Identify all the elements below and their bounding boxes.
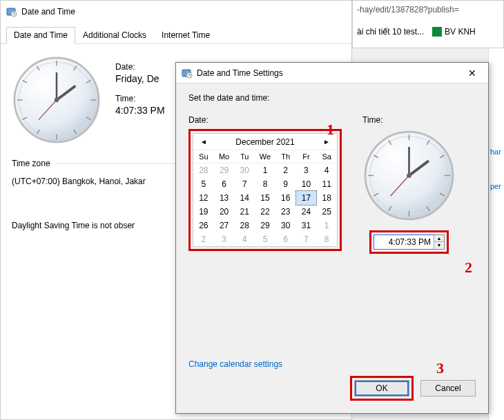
calendar-day[interactable]: 24 xyxy=(296,205,317,219)
bookmark-item[interactable]: ài chi tiết 10 test... xyxy=(357,27,424,37)
calendar-dow: Tu xyxy=(234,150,255,163)
annotation-3: 3 xyxy=(436,359,444,377)
calendar-day[interactable]: 11 xyxy=(316,177,337,191)
calendar-day[interactable]: 3 xyxy=(214,232,235,246)
calendar-day[interactable]: 25 xyxy=(316,205,337,219)
calendar-day[interactable]: 5 xyxy=(193,177,214,191)
bookmark-item[interactable]: BV KNH xyxy=(432,27,476,37)
time-down-button[interactable]: ▼ xyxy=(434,242,444,249)
calendar-day[interactable]: 29 xyxy=(214,163,235,177)
calendar-dow: Sa xyxy=(316,150,337,163)
timezone-label: Time zone xyxy=(12,159,50,168)
calendar-day[interactable]: 9 xyxy=(275,177,296,191)
time-up-button[interactable]: ▲ xyxy=(434,235,444,242)
calendar-day[interactable]: 2 xyxy=(275,163,296,177)
calendar-day[interactable]: 7 xyxy=(234,177,255,191)
month-year-label[interactable]: December 2021 xyxy=(235,137,294,147)
dialog-title: Date and Time Settings xyxy=(197,68,462,78)
dialog-titlebar[interactable]: Date and Time Settings ✕ xyxy=(176,63,488,83)
time-input[interactable] xyxy=(374,235,434,249)
time-spinner[interactable]: ▲ ▼ xyxy=(374,234,445,250)
page-edge: har per xyxy=(488,48,504,420)
calendar-day[interactable]: 19 xyxy=(193,205,214,219)
calendar: ◄ December 2021 ► SuMoTuWeThFrSa 2829301… xyxy=(193,133,338,247)
calendar-day[interactable]: 14 xyxy=(234,191,255,205)
link-fragment[interactable]: per xyxy=(489,179,504,193)
calendar-highlight: ◄ December 2021 ► SuMoTuWeThFrSa 2829301… xyxy=(188,129,342,251)
calendar-day[interactable]: 1 xyxy=(316,219,337,232)
calendar-day[interactable]: 27 xyxy=(214,219,235,232)
calendar-day[interactable]: 1 xyxy=(255,163,275,177)
calendar-day[interactable]: 12 xyxy=(193,191,214,205)
ok-button-highlight: OK xyxy=(350,376,414,401)
tab-internet-time[interactable]: Internet Time xyxy=(154,27,217,43)
calendar-dow: Mo xyxy=(214,150,235,163)
calendar-day[interactable]: 15 xyxy=(255,191,275,205)
browser-fragment: -hay/edit/1387828?publish= ài chi tiết 1… xyxy=(352,0,504,48)
calendar-dow: Fr xyxy=(296,150,317,163)
calendar-dow: We xyxy=(255,150,275,163)
calendar-day[interactable]: 26 xyxy=(193,219,214,232)
change-calendar-settings-link[interactable]: Change calendar settings xyxy=(188,359,282,369)
calendar-day[interactable]: 30 xyxy=(234,163,255,177)
analog-clock xyxy=(362,129,456,222)
calendar-day[interactable]: 6 xyxy=(275,232,296,246)
sheets-icon xyxy=(432,27,442,37)
window-titlebar[interactable]: Date and Time xyxy=(1,1,351,23)
analog-clock xyxy=(12,55,101,145)
tab-date-time[interactable]: Date and Time xyxy=(6,27,75,44)
calendar-day[interactable]: 10 xyxy=(296,177,317,191)
calendar-day[interactable]: 28 xyxy=(234,219,255,232)
date-time-settings-dialog: Date and Time Settings ✕ Set the date an… xyxy=(175,62,489,414)
annotation-2: 2 xyxy=(465,259,472,277)
control-panel-icon xyxy=(182,68,193,79)
calendar-day[interactable]: 29 xyxy=(255,219,275,232)
calendar-day[interactable]: 30 xyxy=(275,219,296,232)
calendar-day[interactable]: 13 xyxy=(214,191,235,205)
calendar-day[interactable]: 4 xyxy=(316,163,337,177)
time-input-highlight: ▲ ▼ xyxy=(369,230,449,254)
address-bar-fragment[interactable]: -hay/edit/1387828?publish= xyxy=(357,5,499,14)
date-label: Date: xyxy=(188,115,342,125)
calendar-day[interactable]: 22 xyxy=(255,205,275,219)
cancel-button[interactable]: Cancel xyxy=(420,380,476,397)
calendar-day[interactable]: 20 xyxy=(214,205,235,219)
calendar-day[interactable]: 8 xyxy=(316,232,337,246)
instruction-text: Set the date and time: xyxy=(188,93,476,103)
calendar-day[interactable]: 6 xyxy=(214,177,235,191)
calendar-day[interactable]: 7 xyxy=(296,232,317,246)
calendar-day[interactable]: 5 xyxy=(255,232,275,246)
tab-strip: Date and Time Additional Clocks Internet… xyxy=(1,23,351,44)
calendar-day[interactable]: 3 xyxy=(296,163,317,177)
control-panel-icon xyxy=(6,6,17,17)
ok-button[interactable]: OK xyxy=(354,380,409,397)
calendar-day[interactable]: 23 xyxy=(275,205,296,219)
close-button[interactable]: ✕ xyxy=(462,68,483,79)
calendar-day[interactable]: 31 xyxy=(296,219,317,232)
calendar-day[interactable]: 28 xyxy=(193,163,214,177)
calendar-day[interactable]: 21 xyxy=(234,205,255,219)
prev-month-button[interactable]: ◄ xyxy=(197,137,210,147)
calendar-dow: Su xyxy=(193,150,214,163)
calendar-day[interactable]: 2 xyxy=(193,232,214,246)
annotation-1: 1 xyxy=(327,121,334,139)
window-title: Date and Time xyxy=(21,7,75,17)
calendar-day[interactable]: 18 xyxy=(316,191,337,205)
calendar-day[interactable]: 16 xyxy=(275,191,296,205)
calendar-day[interactable]: 17 xyxy=(296,191,317,205)
link-fragment[interactable]: har xyxy=(489,145,504,159)
calendar-dow: Th xyxy=(275,150,296,163)
calendar-day[interactable]: 8 xyxy=(255,177,275,191)
calendar-day[interactable]: 4 xyxy=(234,232,255,246)
time-label: Time: xyxy=(362,115,383,125)
tab-additional-clocks[interactable]: Additional Clocks xyxy=(75,27,154,43)
